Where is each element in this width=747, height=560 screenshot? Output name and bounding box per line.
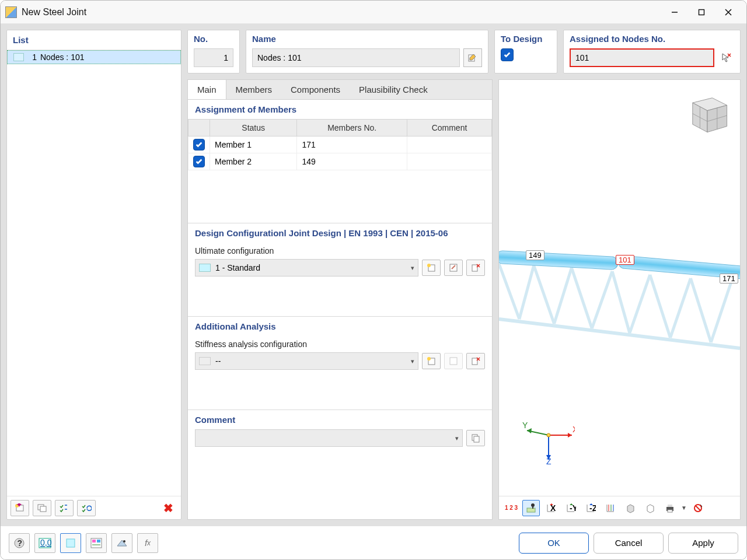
svg-line-43 xyxy=(671,278,691,338)
copy-item-button[interactable] xyxy=(33,500,51,516)
stiffness-edit-button xyxy=(444,353,463,369)
stiffness-pick-button[interactable] xyxy=(466,353,485,369)
svg-rect-74 xyxy=(668,510,672,512)
units-button[interactable]: 0,00 xyxy=(34,533,55,553)
view-cube-icon[interactable] xyxy=(683,88,732,137)
delete-item-button[interactable]: ✖ xyxy=(159,500,177,516)
dialog-footer: ? 0,00 fx OK Cancel Apply xyxy=(1,526,746,559)
window-maximize-button[interactable] xyxy=(688,3,715,22)
cell-comment[interactable] xyxy=(407,153,491,170)
show-numbers-button[interactable]: 1 2 3 xyxy=(502,500,520,516)
svg-rect-21 xyxy=(472,358,477,365)
stiffness-config-dropdown[interactable]: --▾ xyxy=(195,352,418,370)
list-toolbar: ✦ ✖ xyxy=(7,496,181,519)
svg-line-76 xyxy=(696,506,700,510)
edit-name-button[interactable] xyxy=(463,48,482,67)
pick-nodes-button[interactable] xyxy=(718,50,734,66)
cancel-button[interactable]: Cancel xyxy=(594,533,664,554)
svg-line-44 xyxy=(690,278,711,342)
preview-viewport[interactable]: 149 101 171 X Y Z xyxy=(499,80,740,496)
ultimate-config-label: Ultimate configuration xyxy=(188,243,492,259)
help-button[interactable]: ? xyxy=(9,533,30,553)
stiffness-new-button[interactable] xyxy=(422,353,441,369)
svg-rect-58 xyxy=(527,508,535,512)
list-item-label: Nodes : 101 xyxy=(40,52,180,62)
svg-rect-73 xyxy=(668,505,672,507)
cell-number[interactable]: 171 xyxy=(297,136,407,153)
list-heading: List xyxy=(7,30,181,50)
view-settings-button[interactable] xyxy=(111,533,132,553)
row-checkbox[interactable] xyxy=(193,139,205,150)
to-design-field: To Design xyxy=(494,30,557,74)
tab-members[interactable]: Members xyxy=(226,80,282,99)
additional-analysis-heading: Additional Analysis xyxy=(188,317,492,336)
no-input[interactable]: 1 xyxy=(194,48,233,67)
assigned-nodes-input[interactable]: 101 xyxy=(570,48,714,67)
svg-line-37 xyxy=(554,268,572,324)
check-all-button[interactable] xyxy=(55,500,74,516)
window-minimize-button[interactable] xyxy=(661,3,688,22)
comment-library-button[interactable] xyxy=(466,430,485,446)
new-item-button[interactable]: ✦ xyxy=(11,500,29,516)
wireframe-button[interactable] xyxy=(641,500,659,516)
svg-rect-46 xyxy=(499,251,618,270)
tab-main[interactable]: Main xyxy=(188,80,226,99)
svg-rect-60 xyxy=(532,506,533,509)
show-loads-button[interactable] xyxy=(522,500,540,516)
cell-number[interactable]: 149 xyxy=(297,153,407,170)
col-members-no: Members No. xyxy=(297,120,407,136)
tab-components[interactable]: Components xyxy=(281,80,350,99)
cell-status[interactable]: Member 2 xyxy=(210,153,297,170)
svg-rect-20 xyxy=(450,358,457,365)
member-label-149: 149 xyxy=(526,250,544,260)
view-cube-button[interactable] xyxy=(622,500,639,516)
graphics-button[interactable] xyxy=(86,533,107,553)
main-panel: Main Members Components Plausibility Che… xyxy=(187,79,493,520)
print-button[interactable] xyxy=(661,500,679,516)
svg-marker-49 xyxy=(568,433,572,438)
config-edit-button[interactable] xyxy=(444,260,463,276)
svg-rect-8 xyxy=(40,506,46,512)
svg-line-42 xyxy=(650,275,671,338)
window-close-button[interactable] xyxy=(715,3,742,22)
config-pick-button[interactable] xyxy=(466,260,485,276)
svg-line-36 xyxy=(534,265,554,324)
ultimate-config-dropdown[interactable]: 1 - Standard▾ xyxy=(195,259,418,276)
tab-plausibility[interactable]: Plausibility Check xyxy=(350,80,437,99)
config-new-button[interactable] xyxy=(422,260,441,276)
svg-text:Z: Z xyxy=(546,457,551,464)
name-field: Name Nodes : 101 xyxy=(246,30,488,74)
apply-button[interactable]: Apply xyxy=(668,533,738,554)
refresh-checks-button[interactable] xyxy=(77,500,96,516)
color-button[interactable] xyxy=(60,533,81,553)
name-input[interactable]: Nodes : 101 xyxy=(252,48,460,67)
stiffness-config-label: Stiffness analysis configuration xyxy=(188,336,492,352)
ok-button[interactable]: OK xyxy=(519,533,589,554)
assigned-nodes-field: Assigned to Nodes No. 101 xyxy=(563,30,741,74)
svg-marker-71 xyxy=(647,505,654,513)
axis-z-button[interactable]: -Z xyxy=(582,500,599,516)
cell-comment[interactable] xyxy=(407,136,491,153)
svg-line-45 xyxy=(711,282,731,342)
preview-panel: 149 101 171 X Y Z xyxy=(498,79,741,520)
preview-toolbar: 1 2 3 X -Y -Z ▼ xyxy=(499,496,740,519)
comment-dropdown[interactable]: ▾ xyxy=(195,429,463,447)
axis-y-button[interactable]: -Y xyxy=(562,500,580,516)
dialog-new-steel-joint: New Steel Joint List 1 Nodes : 101 ✦ xyxy=(0,0,747,560)
formula-button[interactable]: fx xyxy=(137,533,158,553)
no-field: No. 1 xyxy=(187,30,240,74)
to-design-checkbox[interactable] xyxy=(501,48,514,61)
no-label: No. xyxy=(194,34,233,44)
axis-x-button[interactable]: X xyxy=(542,500,560,516)
members-section-heading: Assignment of Members xyxy=(188,100,492,119)
col-comment: Comment xyxy=(407,120,491,136)
iso-view-button[interactable] xyxy=(602,500,619,516)
reset-view-button[interactable] xyxy=(689,500,707,516)
cell-status[interactable]: Member 1 xyxy=(210,136,297,153)
row-checkbox[interactable] xyxy=(193,156,205,167)
svg-point-57 xyxy=(547,433,550,437)
list-item[interactable]: 1 Nodes : 101 xyxy=(7,50,181,64)
additional-analysis-section: Additional Analysis Stiffness analysis c… xyxy=(188,317,492,410)
svg-rect-15 xyxy=(472,265,477,271)
svg-rect-1 xyxy=(699,9,704,15)
